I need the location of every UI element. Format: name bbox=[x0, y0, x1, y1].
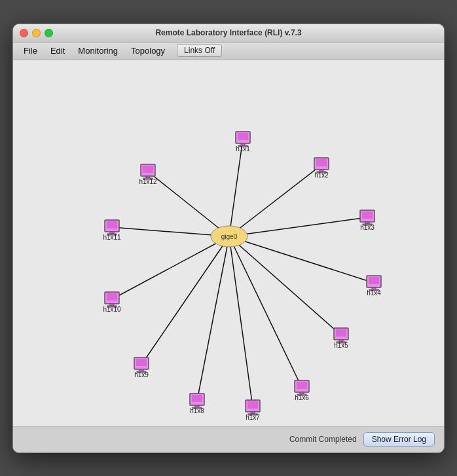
svg-text:h1x10: h1x10 bbox=[103, 306, 121, 313]
topology-svg: gige0h1x1h1x2h1x3h1x4h1x5h1x6h1x7h1x8h1x… bbox=[13, 60, 444, 426]
svg-rect-25 bbox=[362, 211, 373, 219]
svg-text:h1x1: h1x1 bbox=[236, 145, 250, 153]
svg-rect-15 bbox=[238, 133, 248, 140]
svg-line-0 bbox=[229, 139, 243, 236]
svg-text:h1x7: h1x7 bbox=[246, 414, 260, 421]
svg-rect-30 bbox=[369, 277, 379, 284]
svg-rect-70 bbox=[143, 166, 153, 173]
svg-text:h1x12: h1x12 bbox=[139, 178, 157, 185]
svg-text:h1x2: h1x2 bbox=[314, 172, 329, 179]
svg-text:h1x4: h1x4 bbox=[367, 289, 381, 297]
svg-rect-65 bbox=[107, 221, 117, 229]
svg-rect-50 bbox=[192, 395, 202, 402]
svg-rect-60 bbox=[107, 293, 117, 301]
svg-text:h1x8: h1x8 bbox=[190, 407, 204, 414]
svg-line-8 bbox=[141, 236, 229, 365]
window-title: Remote Laboratory Interface (RLI) v.7.3 bbox=[155, 28, 301, 37]
topology-canvas: gige0h1x1h1x2h1x3h1x4h1x5h1x6h1x7h1x8h1x… bbox=[13, 60, 444, 426]
status-bar: Commit Completed Show Error Log bbox=[13, 426, 444, 452]
svg-text:h1x9: h1x9 bbox=[134, 371, 149, 378]
svg-line-9 bbox=[112, 236, 229, 299]
menu-edit[interactable]: Edit bbox=[45, 45, 70, 57]
title-bar: Remote Laboratory Interface (RLI) v.7.3 bbox=[13, 24, 444, 43]
svg-line-7 bbox=[197, 236, 229, 401]
svg-text:h1x3: h1x3 bbox=[360, 224, 375, 231]
svg-rect-35 bbox=[336, 329, 346, 337]
menu-file[interactable]: File bbox=[18, 45, 43, 57]
svg-text:h1x6: h1x6 bbox=[295, 394, 309, 401]
svg-line-11 bbox=[148, 172, 229, 236]
show-error-log-button[interactable]: Show Error Log bbox=[363, 432, 435, 447]
svg-text:h1x5: h1x5 bbox=[334, 342, 348, 349]
maximize-button[interactable] bbox=[45, 29, 53, 37]
menu-topology[interactable]: Topology bbox=[126, 45, 170, 57]
menu-bar: File Edit Monitoring Topology Links Off bbox=[13, 43, 444, 60]
svg-rect-20 bbox=[316, 159, 327, 166]
svg-line-3 bbox=[229, 236, 374, 283]
svg-rect-55 bbox=[136, 359, 147, 366]
minimize-button[interactable] bbox=[32, 29, 41, 37]
close-button[interactable] bbox=[20, 29, 28, 37]
svg-rect-40 bbox=[297, 382, 307, 389]
main-window: Remote Laboratory Interface (RLI) v.7.3 … bbox=[12, 24, 445, 453]
traffic-lights bbox=[20, 29, 53, 37]
menu-monitoring[interactable]: Monitoring bbox=[73, 45, 123, 57]
svg-text:h1x11: h1x11 bbox=[103, 234, 121, 241]
svg-text:gige0: gige0 bbox=[221, 233, 238, 240]
links-off-button[interactable]: Links Off bbox=[177, 44, 222, 57]
svg-line-4 bbox=[229, 236, 341, 335]
commit-status: Commit Completed bbox=[289, 435, 357, 444]
svg-rect-45 bbox=[247, 401, 258, 409]
